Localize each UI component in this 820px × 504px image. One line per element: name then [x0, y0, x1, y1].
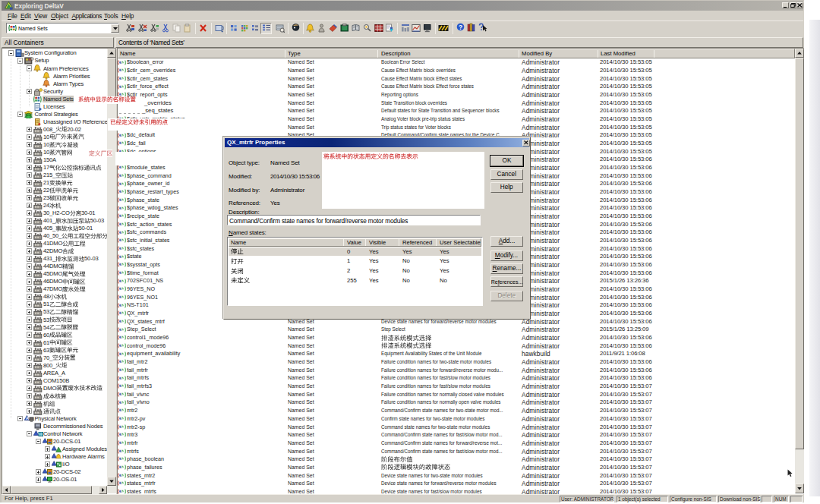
svg-text:A: A: [26, 416, 29, 421]
svg-text:?: ?: [459, 24, 462, 31]
